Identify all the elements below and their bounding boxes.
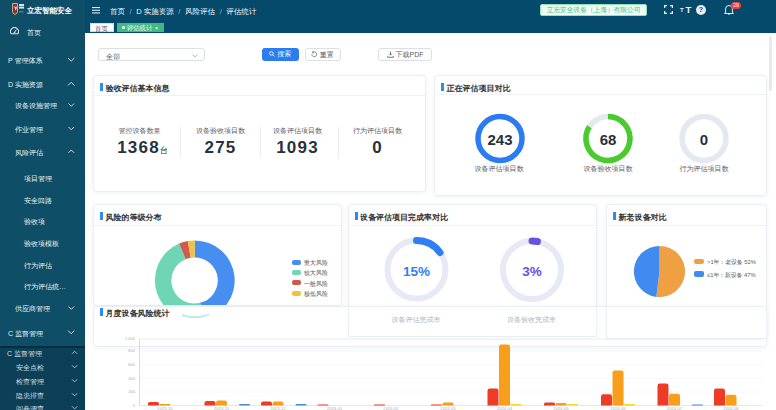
svg-text:2024-06: 2024-06 [610, 406, 626, 410]
svg-text:2024-05: 2024-05 [553, 406, 569, 410]
svg-text:400: 400 [128, 376, 135, 381]
svg-text:2024-03: 2024-03 [440, 406, 456, 410]
svg-text:2024-08: 2024-08 [723, 406, 739, 410]
svg-text:200: 200 [128, 389, 135, 394]
svg-text:2023-10: 2023-10 [157, 406, 173, 410]
svg-text:800: 800 [128, 348, 135, 353]
svg-text:2024-07: 2024-07 [667, 406, 683, 410]
svg-text:600: 600 [128, 362, 135, 367]
svg-text:2024-01: 2024-01 [327, 406, 343, 410]
svg-text:2023-11: 2023-11 [214, 406, 230, 410]
svg-text:3%: 3% [522, 264, 542, 279]
svg-text:2024-04: 2024-04 [497, 406, 513, 410]
svg-text:2024-02: 2024-02 [383, 406, 399, 410]
svg-text:2023-12: 2023-12 [270, 406, 286, 410]
svg-text:15%: 15% [402, 264, 429, 279]
svg-text:1,000: 1,000 [125, 336, 136, 341]
svg-text:0: 0 [133, 403, 136, 408]
